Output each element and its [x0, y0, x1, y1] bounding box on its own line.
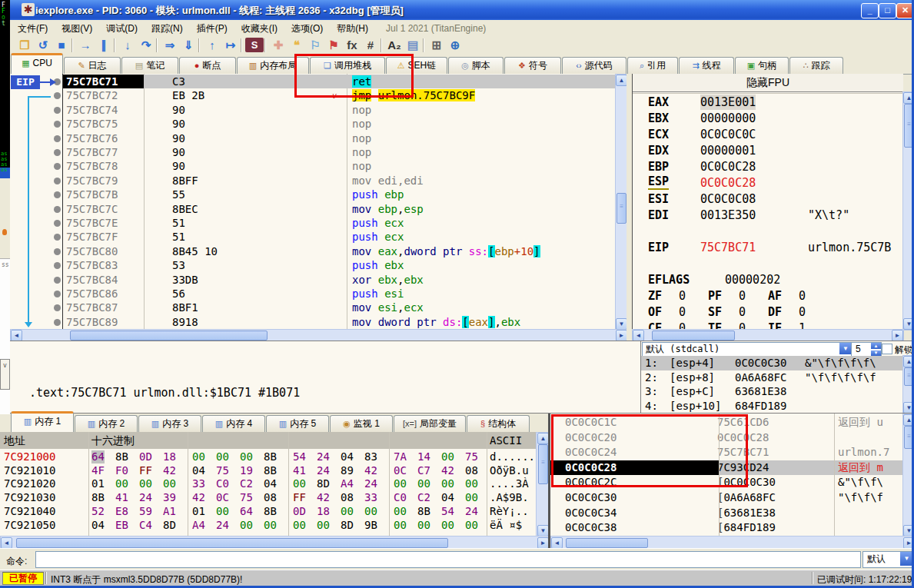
dump-byte[interactable]: 83	[364, 450, 377, 463]
tab-跟踪[interactable]: ∴跟踪	[789, 57, 843, 74]
dump-byte[interactable]: 41	[115, 491, 128, 504]
dump-byte[interactable]: 0C	[216, 491, 229, 504]
stack-arg-line[interactable]: 3:[esp+C]63681E38	[641, 384, 902, 399]
dump-byte[interactable]: 8B	[115, 450, 128, 463]
dump-byte[interactable]: 75	[240, 491, 253, 504]
maximize-button[interactable]: □	[879, 3, 896, 18]
tab-内存 4[interactable]: ▥内存 4	[202, 415, 265, 432]
menu-item[interactable]: 选项(O)	[284, 20, 330, 36]
run-icon[interactable]: →	[76, 37, 95, 54]
disasm-row[interactable]: 75C7BC7890nop	[10, 159, 615, 173]
register-row[interactable]: EBP0C0C0C28	[633, 159, 903, 175]
dump-byte[interactable]: 42	[317, 491, 330, 504]
stack-row[interactable]: 0C0C0C34[63681E38	[550, 506, 902, 521]
dump-hscroll-thumb[interactable]	[16, 538, 448, 548]
tab-内存 5[interactable]: ▥内存 5	[266, 415, 329, 432]
register-value[interactable]: 0013E350	[700, 208, 756, 223]
tab-符号[interactable]: ❖符号	[504, 57, 561, 74]
dump-byte[interactable]: 18	[163, 450, 176, 463]
disasm-row[interactable]: 75C7BC7590nop	[10, 117, 615, 131]
dump-byte[interactable]: 8B	[264, 464, 277, 477]
disasm-row[interactable]: 75C7BC8353push ebx	[10, 258, 615, 272]
dump-byte[interactable]: 75	[216, 464, 229, 477]
disasm-row[interactable]: 75C7BC798BFFmov edi,edi	[10, 174, 615, 188]
dump-byte[interactable]: 42	[163, 464, 176, 477]
register-row[interactable]: ECX0C0C0C0C	[633, 127, 903, 143]
register-row[interactable]: EDX00000001	[633, 143, 903, 159]
dump-byte[interactable]: 04	[264, 477, 277, 490]
dump-row[interactable]: 7C9210104FF0FF420475198B412489420CC74208…	[0, 464, 536, 478]
register-row[interactable]: EBX00000000	[633, 111, 903, 127]
chevron-down-icon[interactable]: ▼	[839, 343, 852, 354]
dump-byte[interactable]: 00	[465, 519, 478, 532]
dump-byte[interactable]: 00	[441, 519, 454, 532]
register-value[interactable]: 75C7BC71	[700, 240, 756, 255]
dump-byte[interactable]: 24	[317, 450, 330, 463]
pause-icon[interactable]: ∥	[95, 37, 113, 54]
dump-byte[interactable]: EB	[115, 519, 128, 532]
dump-byte[interactable]: 01	[91, 477, 105, 490]
dump-byte[interactable]: 39	[163, 491, 176, 504]
dump-byte[interactable]: 7A	[394, 450, 407, 463]
run-to-user-code-icon[interactable]: ↦	[221, 37, 240, 54]
dump-row[interactable]: 7C92105004EBC48DA424000000008D9B00000000…	[0, 519, 536, 533]
disasm-row[interactable]: 75C7BC8433DBxor ebx,ebx	[10, 273, 615, 287]
dump-byte[interactable]: 59	[139, 505, 152, 518]
dump-byte[interactable]: 00	[317, 519, 330, 532]
tab-内存 2[interactable]: ▥内存 2	[75, 415, 138, 432]
disasm-hscroll-thumb[interactable]	[70, 331, 268, 341]
dump-byte[interactable]: 8B	[417, 505, 430, 518]
dump-byte[interactable]: 04	[91, 519, 105, 532]
stop-icon[interactable]: ■	[52, 37, 71, 54]
dump-byte[interactable]: 89	[341, 464, 354, 477]
dump-byte[interactable]: 64	[91, 450, 105, 463]
dump-byte[interactable]: 00	[240, 519, 253, 532]
dump-byte[interactable]: 54	[441, 505, 454, 518]
tab-笔记[interactable]: ▤笔记	[121, 57, 178, 74]
dump-byte[interactable]: C7	[417, 464, 430, 477]
breakpoint-dot-icon[interactable]	[54, 178, 61, 184]
breakpoint-dot-icon[interactable]	[54, 206, 61, 213]
flag-value[interactable]: 1	[799, 321, 806, 329]
tab-结构体[interactable]: §结构体	[467, 415, 530, 432]
dump-vscroll-thumb[interactable]: ≡	[538, 444, 548, 484]
breakpoint-dot-icon[interactable]	[54, 121, 61, 128]
dump-byte[interactable]: 00	[293, 477, 306, 490]
dump-byte[interactable]: 00	[465, 491, 478, 504]
register-row[interactable]: CF0TF0IF1	[633, 321, 903, 329]
dump-byte[interactable]: 24	[139, 491, 152, 504]
dump-byte[interactable]: 4F	[91, 464, 105, 477]
step-into-icon[interactable]: ↓	[118, 37, 137, 54]
register-row[interactable]: EFLAGS00000202	[633, 272, 903, 288]
disasm-row[interactable]: 75C7BC7F51push ecx	[10, 230, 615, 244]
bookmark-icon[interactable]: ⚑	[324, 37, 343, 54]
dump-byte[interactable]: 00	[192, 450, 205, 463]
menu-item[interactable]: 文件(F)	[11, 20, 55, 36]
dump-byte[interactable]: 00	[293, 519, 306, 532]
dump-byte[interactable]: 08	[465, 464, 478, 477]
internet-icon[interactable]: ⊕	[446, 37, 464, 54]
function-icon[interactable]: fx	[343, 37, 361, 54]
open-file-icon[interactable]: ❒	[15, 37, 34, 54]
dump-byte[interactable]: C0	[216, 477, 229, 490]
dump-byte[interactable]: FF	[139, 464, 152, 477]
menu-item[interactable]: 跟踪(N)	[145, 20, 190, 36]
step-out-icon[interactable]: ↑	[203, 37, 221, 54]
dump-byte[interactable]: 00	[417, 519, 430, 532]
breakpoint-dot-icon[interactable]	[54, 319, 61, 326]
tab-句柄[interactable]: ▣句柄	[735, 57, 789, 74]
dump-byte[interactable]: 14	[417, 450, 430, 463]
dump-row[interactable]: 7C9210200100000033C0C204008DA42400000000…	[0, 477, 536, 491]
dump-row[interactable]: 7C9210308B412439420C7508FF420833C0C20400…	[0, 491, 536, 505]
breakpoint-dot-icon[interactable]	[54, 234, 61, 241]
register-row[interactable]: OF0SF0DF0	[633, 304, 903, 321]
dump-byte[interactable]: 00	[441, 477, 454, 490]
flag-value[interactable]: 0	[739, 304, 746, 320]
dump-byte[interactable]: 8D	[317, 477, 330, 490]
dump-byte[interactable]: 00	[240, 450, 253, 463]
stack-arg-line[interactable]: 4:[esp+10]684FD189	[641, 399, 902, 414]
dump-byte[interactable]: 52	[91, 505, 105, 518]
command-input[interactable]	[35, 551, 861, 568]
unlock-checkbox[interactable]	[882, 344, 892, 354]
attach-icon[interactable]: ▤	[404, 37, 422, 54]
